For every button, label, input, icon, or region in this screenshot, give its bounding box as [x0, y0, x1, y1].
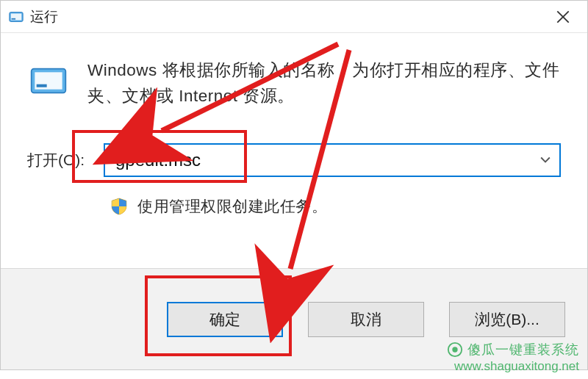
run-icon-large [27, 59, 70, 102]
open-input[interactable] [104, 143, 561, 177]
button-bar: 确定 取消 浏览(B)... [1, 268, 587, 369]
open-row: 打开(O): [27, 143, 561, 177]
browse-button[interactable]: 浏览(B)... [449, 302, 565, 337]
titlebar: 运行 [1, 1, 587, 33]
svg-rect-7 [37, 84, 47, 87]
open-label: 打开(O): [27, 150, 95, 170]
run-dialog: 运行 Windows 将根据你所输入的名称，为你打开相应的程序、文件夹、文档或 … [0, 0, 588, 370]
shield-icon [110, 197, 129, 216]
cancel-button[interactable]: 取消 [308, 302, 424, 337]
svg-rect-2 [12, 18, 15, 19]
dialog-title: 运行 [30, 7, 58, 26]
title-left: 运行 [8, 7, 58, 26]
run-icon [8, 9, 24, 25]
description-row: Windows 将根据你所输入的名称，为你打开相应的程序、文件夹、文档或 Int… [27, 58, 561, 109]
admin-note-text: 使用管理权限创建此任务。 [137, 196, 327, 217]
admin-note-row: 使用管理权限创建此任务。 [27, 196, 561, 217]
open-input-wrap [104, 143, 561, 177]
description-text: Windows 将根据你所输入的名称，为你打开相应的程序、文件夹、文档或 Int… [87, 58, 561, 109]
ok-button[interactable]: 确定 [167, 302, 283, 337]
content-area: Windows 将根据你所输入的名称，为你打开相应的程序、文件夹、文档或 Int… [1, 33, 587, 268]
close-button[interactable] [542, 1, 584, 33]
